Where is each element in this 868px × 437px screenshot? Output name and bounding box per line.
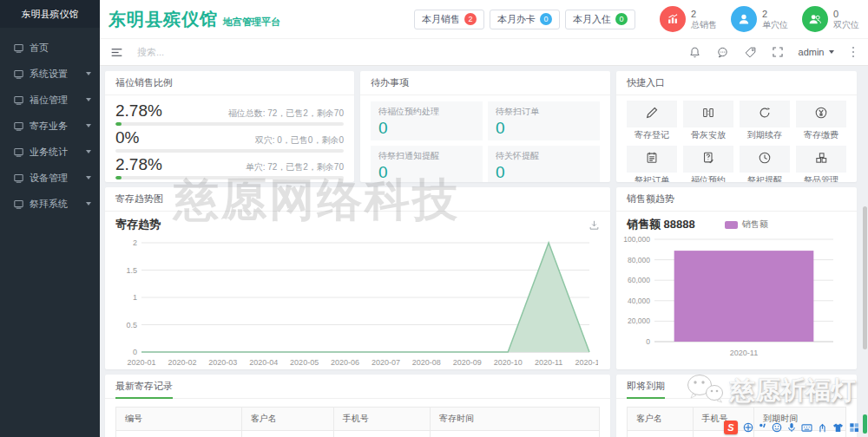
todo-item-sweep-orders[interactable]: 待祭扫订单 0 bbox=[488, 101, 600, 140]
pill-month-cards[interactable]: 本月办卡 0 bbox=[490, 10, 560, 29]
column-header: 手机号 bbox=[333, 408, 430, 431]
count-badge: 0 bbox=[540, 13, 552, 25]
sogou-logo-icon[interactable]: S bbox=[724, 421, 738, 434]
scrollbar-thumb[interactable] bbox=[863, 206, 867, 349]
quick-renewal[interactable]: 到期续存 bbox=[740, 101, 790, 141]
hamburger-icon[interactable] bbox=[110, 46, 123, 59]
stat-single-niche: 2 单穴位 bbox=[731, 6, 788, 32]
quick-deposit-payment[interactable]: 寄存缴费 bbox=[796, 101, 846, 141]
svg-text:2020-01: 2020-01 bbox=[127, 358, 155, 367]
sidebar-item-label: 福位管理 bbox=[30, 94, 86, 107]
pencil-icon bbox=[645, 106, 659, 123]
card-title-wrap: 即将到期 bbox=[616, 375, 857, 399]
sidebar-item-niche-management[interactable]: 福位管理 bbox=[0, 87, 100, 113]
ime-toolbar: S bbox=[724, 421, 859, 434]
page-subtitle: 地宫管理平台 bbox=[223, 16, 280, 29]
deposit-trend-area-chart: 00.511.522020-012020-022020-032020-04202… bbox=[115, 232, 598, 369]
skin-icon[interactable] bbox=[832, 422, 844, 433]
month-stat-pills: 本月销售 2 本月办卡 0 本月入住 0 bbox=[414, 10, 635, 29]
stat-label: 单穴位 bbox=[762, 20, 788, 30]
quick-entry-card: 快捷入口 寄存登记 骨灰安放 到期续存 bbox=[616, 71, 857, 182]
svg-text:2020-06: 2020-06 bbox=[331, 358, 359, 367]
menu-icon bbox=[14, 173, 23, 183]
stat-value: 0 bbox=[833, 9, 859, 20]
user-menu[interactable]: admin bbox=[799, 47, 834, 57]
quick-niche-reservation[interactable]: 福位预约 bbox=[683, 146, 733, 182]
sidebar-item-deposit-business[interactable]: 寄存业务 bbox=[0, 113, 100, 139]
quick-label: 到期续存 bbox=[740, 129, 790, 141]
toolbox-icon[interactable] bbox=[849, 422, 859, 433]
deposit-trend-card: 寄存趋势图 寄存趋势 00.511.522020-012020-022020-0… bbox=[105, 187, 610, 369]
chevron-down-icon bbox=[86, 150, 91, 153]
kebab-menu-icon[interactable] bbox=[849, 45, 858, 60]
sidebar-item-home[interactable]: 首页 bbox=[0, 35, 100, 61]
todo-item-sweep-notice[interactable]: 待祭扫通知提醒 0 bbox=[371, 146, 483, 182]
pill-label: 本月办卡 bbox=[497, 13, 536, 26]
fullscreen-icon[interactable] bbox=[772, 46, 784, 58]
punctuation-icon[interactable] bbox=[759, 422, 766, 433]
stat-label: 双穴位 bbox=[833, 20, 859, 30]
pill-month-sales[interactable]: 本月销售 2 bbox=[414, 10, 484, 29]
pill-month-checkin[interactable]: 本月入住 0 bbox=[565, 10, 635, 29]
card-title: 即将到期 bbox=[627, 380, 665, 399]
svg-text:1: 1 bbox=[133, 293, 137, 302]
pill-label: 本月销售 bbox=[422, 13, 460, 26]
sidebar-item-label: 祭拜系统 bbox=[30, 198, 86, 211]
sidebar-item-label: 系统设置 bbox=[30, 68, 86, 81]
progress-bar bbox=[115, 122, 344, 126]
chevron-down-icon bbox=[86, 98, 91, 101]
svg-text:1.5: 1.5 bbox=[126, 266, 137, 275]
mic-icon[interactable] bbox=[787, 422, 796, 433]
svg-text:0.5: 0.5 bbox=[126, 321, 137, 329]
svg-text:2020-08: 2020-08 bbox=[412, 358, 441, 367]
svg-text:2020-02: 2020-02 bbox=[168, 358, 196, 367]
search-input[interactable] bbox=[137, 47, 293, 57]
sidebar-item-system-settings[interactable]: 系统设置 bbox=[0, 61, 100, 87]
quick-offerings-management[interactable]: 祭品管理 bbox=[796, 146, 846, 182]
tag-icon[interactable] bbox=[744, 46, 757, 59]
header-stat-circles: 2 总销售 2 单穴位 bbox=[660, 6, 859, 32]
quick-label: 祭品管理 bbox=[796, 174, 846, 182]
svg-text:60,000: 60,000 bbox=[628, 276, 650, 284]
handwriting-icon[interactable] bbox=[818, 422, 827, 433]
svg-text:2020-11: 2020-11 bbox=[730, 349, 758, 357]
count-badge: 0 bbox=[615, 13, 628, 25]
svg-text:2: 2 bbox=[133, 238, 137, 247]
columns-icon bbox=[701, 106, 715, 123]
menu-icon bbox=[14, 43, 23, 53]
todo-item-niche-reservation[interactable]: 待福位预约处理 0 bbox=[371, 101, 483, 140]
quick-ashes-placement[interactable]: 骨灰安放 bbox=[683, 101, 733, 141]
svg-text:2020-03: 2020-03 bbox=[208, 358, 237, 367]
keyboard-icon[interactable] bbox=[801, 423, 812, 433]
download-icon[interactable] bbox=[589, 219, 600, 231]
quick-deposit-register[interactable]: 寄存登记 bbox=[627, 101, 677, 141]
sales-bar-chart: 020,00040,00060,00080,000100,0002020-11 bbox=[616, 232, 844, 368]
sidebar-item-label: 设备管理 bbox=[30, 172, 86, 185]
comments-icon[interactable] bbox=[716, 46, 729, 59]
ratio-detail: 单穴: 72，已售2，剩余70 bbox=[246, 161, 344, 173]
sidebar-item-label: 业务统计 bbox=[30, 146, 86, 159]
column-header: 客户名 bbox=[628, 408, 694, 431]
sidebar-item-device-management[interactable]: 设备管理 bbox=[0, 165, 100, 191]
sidebar-item-worship-system[interactable]: 祭拜系统 bbox=[0, 191, 100, 217]
table-row: REG-186420201114144615 哈吉斯 2020-11-14 14… bbox=[116, 431, 600, 437]
sidebar-item-business-stats[interactable]: 业务统计 bbox=[0, 139, 100, 165]
svg-text:40,000: 40,000 bbox=[628, 297, 650, 305]
latest-records-card: 最新寄存记录 编号 客户名 手机号 寄存时间 RE bbox=[105, 375, 610, 437]
todo-card: 待办事项 待福位预约处理 0 待祭扫订单 0 待祭扫通知提醒 0 bbox=[360, 71, 610, 182]
card-title: 福位销售比例 bbox=[105, 71, 354, 95]
svg-text:2020-12: 2020-12 bbox=[575, 358, 598, 367]
emoji-icon[interactable] bbox=[772, 422, 782, 433]
svg-text:80,000: 80,000 bbox=[628, 256, 650, 264]
dashboard-content: 福位销售比例 2.78% 福位总数: 72，已售2，剩余70 0% bbox=[100, 66, 868, 437]
scrollbar-green-marker[interactable] bbox=[863, 414, 867, 434]
quick-sacrifice-order[interactable]: 祭祀订单 bbox=[627, 146, 677, 182]
pinyin-mode-icon[interactable] bbox=[743, 422, 753, 433]
legend-label: 销售额 bbox=[742, 218, 768, 231]
quick-sacrifice-reminder[interactable]: 祭祀提醒 bbox=[740, 146, 790, 182]
bell-icon[interactable] bbox=[688, 46, 701, 59]
quick-label: 祭祀订单 bbox=[627, 174, 677, 182]
column-header: 寄存时间 bbox=[431, 408, 600, 431]
card-title: 寄存趋势图 bbox=[105, 187, 610, 212]
todo-item-care-reminder[interactable]: 待关怀提醒 0 bbox=[488, 146, 600, 182]
